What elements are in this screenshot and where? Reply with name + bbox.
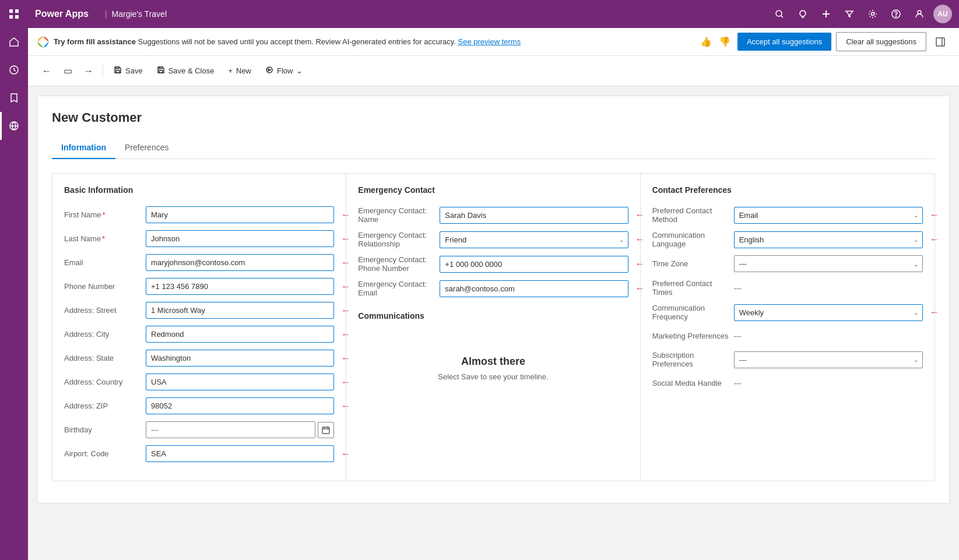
emergency-contact-title: Emergency Contact xyxy=(358,185,628,195)
communications-section: Communications xyxy=(358,311,628,320)
ai-banner-link[interactable]: See preview terms xyxy=(458,37,521,46)
emergency-email-arrow: ← xyxy=(635,283,645,294)
clear-all-button[interactable]: Clear all suggestions xyxy=(836,32,926,51)
field-social-media: Social Media Handle --- xyxy=(652,375,923,391)
birthday-calendar-button[interactable] xyxy=(318,422,334,438)
field-phone: Phone Number ← xyxy=(64,278,334,295)
marketing-prefs-wrap: --- xyxy=(734,328,923,344)
first-name-input[interactable] xyxy=(146,206,334,223)
help-icon[interactable] xyxy=(887,5,905,23)
emergency-rel-wrap: Friend Family Colleague ⌄ ← xyxy=(440,231,628,248)
birthday-input[interactable] xyxy=(146,421,315,438)
app-name: Margie's Travel xyxy=(112,9,167,19)
save-close-button[interactable]: Save & Close xyxy=(151,62,220,79)
state-wrap: ← xyxy=(146,350,334,367)
first-name-label: First Name* xyxy=(64,210,146,219)
svg-rect-17 xyxy=(116,71,120,73)
phone-input[interactable] xyxy=(146,278,334,295)
restore-button[interactable]: ▭ xyxy=(58,62,77,80)
last-name-input[interactable] xyxy=(146,230,334,247)
form-tabs: Information Preferences xyxy=(52,137,935,159)
thumbs-down-icon[interactable]: 👎 xyxy=(716,35,733,48)
tab-preferences[interactable]: Preferences xyxy=(115,137,178,159)
city-input[interactable] xyxy=(146,326,334,343)
sidebar-icon-bookmark[interactable] xyxy=(0,84,28,112)
back-button[interactable]: ← xyxy=(37,62,56,80)
sidebar-icon-globe[interactable] xyxy=(0,112,28,140)
emergency-rel-select[interactable]: Friend Family Colleague xyxy=(440,231,628,248)
country-wrap: ← xyxy=(146,374,334,390)
airport-code-wrap: ← xyxy=(146,445,334,462)
flow-label: Flow xyxy=(277,66,293,75)
user-avatar[interactable]: AU xyxy=(933,5,952,23)
new-button[interactable]: + New xyxy=(222,63,257,79)
contact-preferences-title: Contact Preferences xyxy=(652,185,923,195)
sidebar xyxy=(0,0,28,560)
comm-language-select-wrap: English Spanish French ⌄ xyxy=(734,231,923,248)
field-marketing-prefs: Marketing Preferences --- xyxy=(652,328,923,344)
airport-code-input[interactable] xyxy=(146,445,334,462)
phone-arrow: ← xyxy=(341,281,350,292)
svg-rect-0 xyxy=(9,9,13,13)
zip-label: Address: ZIP xyxy=(64,401,146,410)
subscription-prefs-select[interactable]: --- xyxy=(734,351,923,368)
emergency-rel-arrow: ← xyxy=(635,234,645,245)
state-label: Address: State xyxy=(64,354,146,362)
city-label: Address: City xyxy=(64,330,146,339)
emergency-name-label: Emergency Contact: Name xyxy=(358,206,440,224)
comm-frequency-select-wrap: Weekly Daily Monthly ⌄ xyxy=(734,304,923,321)
accept-all-button[interactable]: Accept all suggestions xyxy=(737,33,831,51)
form-columns: Basic Information First Name* ← Last Nam… xyxy=(52,173,935,481)
sidebar-icon-grid[interactable] xyxy=(0,0,28,28)
add-icon[interactable] xyxy=(817,5,835,23)
brand-name: Power Apps xyxy=(35,9,89,19)
contact-method-select[interactable]: Email Phone SMS xyxy=(734,207,923,224)
contact-method-wrap: Email Phone SMS ⌄ ← xyxy=(734,207,923,224)
emergency-rel-select-wrap: Friend Family Colleague ⌄ xyxy=(440,231,628,248)
email-arrow: ← xyxy=(341,258,350,268)
sidebar-icon-home[interactable] xyxy=(0,28,28,56)
tab-information[interactable]: Information xyxy=(52,137,115,159)
basic-info-column: Basic Information First Name* ← Last Nam… xyxy=(52,174,346,481)
svg-point-12 xyxy=(896,16,897,17)
comm-frequency-arrow: ← xyxy=(930,307,939,318)
country-arrow: ← xyxy=(341,377,350,388)
save-button[interactable]: Save xyxy=(108,62,149,79)
settings-icon[interactable] xyxy=(863,5,882,23)
panel-toggle-icon[interactable] xyxy=(931,33,950,51)
ai-banner: Try form fill assistance Suggestions wil… xyxy=(28,28,959,56)
sidebar-icon-clock[interactable] xyxy=(0,56,28,84)
lightbulb-icon[interactable] xyxy=(793,5,812,23)
state-input[interactable] xyxy=(146,350,334,367)
emergency-email-input[interactable] xyxy=(440,280,628,297)
field-street: Address: Street ← xyxy=(64,302,334,319)
first-name-arrow: ← xyxy=(341,210,350,220)
street-arrow: ← xyxy=(341,305,350,316)
form-container: New Customer Information Preferences Bas… xyxy=(37,96,950,503)
timezone-select[interactable]: --- xyxy=(734,255,923,272)
field-comm-frequency: Communication Frequency Weekly Daily Mon… xyxy=(652,304,923,321)
flow-button[interactable]: Flow ⌄ xyxy=(259,62,308,79)
svg-rect-22 xyxy=(322,427,329,434)
comm-language-arrow: ← xyxy=(930,234,939,245)
field-state: Address: State ← xyxy=(64,350,334,367)
zip-input[interactable] xyxy=(146,397,334,414)
comm-language-select[interactable]: English Spanish French xyxy=(734,231,923,248)
field-emergency-relationship: Emergency Contact: Relationship Friend F… xyxy=(358,231,628,248)
city-wrap: ← xyxy=(146,326,334,343)
emergency-phone-input[interactable] xyxy=(440,256,628,273)
profile-icon[interactable] xyxy=(910,5,929,23)
email-input[interactable] xyxy=(146,254,334,271)
forward-button[interactable]: → xyxy=(79,62,98,80)
comm-frequency-wrap: Weekly Daily Monthly ⌄ ← xyxy=(734,304,923,321)
thumbs-up-icon[interactable]: 👍 xyxy=(698,35,714,48)
search-icon[interactable] xyxy=(770,5,789,23)
birthday-date-wrap xyxy=(146,421,334,438)
first-name-wrap: ← xyxy=(146,206,334,223)
svg-line-7 xyxy=(781,16,784,18)
comm-frequency-select[interactable]: Weekly Daily Monthly xyxy=(734,304,923,321)
street-input[interactable] xyxy=(146,302,334,319)
filter-icon[interactable] xyxy=(840,5,859,23)
country-input[interactable] xyxy=(146,374,334,390)
emergency-name-input[interactable] xyxy=(440,207,628,224)
